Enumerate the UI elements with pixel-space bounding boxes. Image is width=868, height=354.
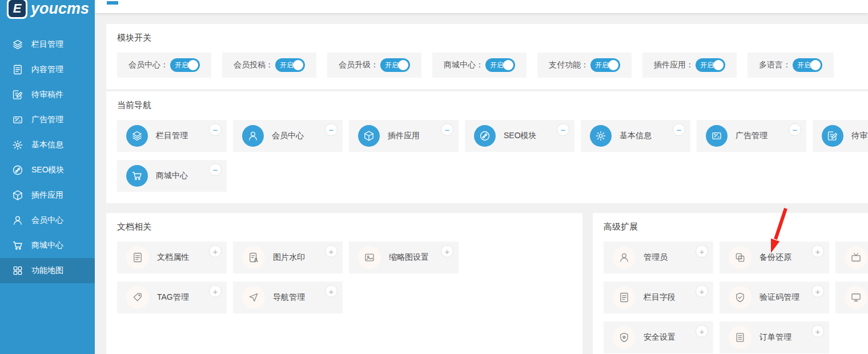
toggle-switch-on[interactable]: 开启 (793, 58, 822, 72)
nav-module-tile[interactable]: 栏目管理 − (117, 120, 227, 152)
sidebar-item-label: 插件应用 (31, 190, 63, 200)
toggle-switch-on[interactable]: 开启 (380, 58, 410, 72)
add-badge[interactable]: + (811, 285, 824, 297)
toggle-switch-on[interactable]: 开启 (696, 58, 725, 72)
feature-label: 导航管理 (273, 292, 305, 303)
feature-tile[interactable]: 验证码管理 + (720, 281, 829, 313)
cube-icon (363, 130, 375, 142)
feature-tile[interactable]: 安全设置 + (604, 321, 713, 353)
sidebar-item[interactable]: 功能地图 (0, 258, 95, 283)
toggle-switch-on[interactable]: 开启 (485, 58, 515, 72)
add-badge[interactable]: + (811, 245, 824, 258)
cart-icon (131, 170, 143, 182)
module-switch-tile: 会员投稿： 开启 (222, 53, 316, 78)
sidebar-item-label: 待审稿件 (31, 90, 63, 100)
sidebar-item[interactable]: 栏目管理 (0, 32, 95, 57)
add-badge[interactable]: + (441, 245, 453, 258)
nav-module-icon-circle (822, 125, 843, 147)
shield-check-icon (734, 292, 746, 303)
remove-badge[interactable]: − (441, 123, 453, 136)
card-title: 文档相关 (117, 222, 572, 232)
ad-icon (12, 114, 23, 126)
feature-tile[interactable]: 管理员 + (604, 242, 713, 273)
remove-badge[interactable]: − (673, 123, 685, 136)
nav-module-tile[interactable]: SEO模块 − (465, 120, 574, 152)
active-tab-indicator[interactable] (107, 1, 118, 5)
module-switch-tile: 会员中心： 开启 (117, 53, 211, 78)
sidebar-item[interactable]: 会员中心 (0, 208, 95, 233)
module-switch-separator: ： (160, 60, 168, 70)
backup-restore-icon (734, 252, 746, 263)
toggle-on-label: 开启 (797, 61, 811, 70)
toggle-switch-on[interactable]: 开启 (275, 58, 305, 72)
feature-tile[interactable]: 栏目字段 + (604, 281, 713, 313)
nav-module-tile[interactable]: 待审稿件 − (813, 120, 868, 152)
sidebar-item-label: 基本信息 (31, 140, 63, 150)
bottom-row: 文档相关 文档属性 + (106, 213, 868, 354)
module-switch-label: 多语言 (759, 60, 783, 70)
sidebar-item-label: 内容管理 (31, 65, 63, 75)
tag-icon (132, 292, 143, 303)
add-badge[interactable]: + (209, 285, 222, 297)
add-badge[interactable]: + (696, 325, 708, 337)
add-badge[interactable]: + (325, 285, 337, 297)
feature-label: 缩略图设置 (389, 252, 429, 263)
feature-icon-circle (613, 326, 636, 349)
add-badge[interactable]: + (209, 245, 222, 258)
sidebar-item[interactable]: 广告管理 (0, 107, 95, 132)
feature-tile[interactable]: + (835, 242, 868, 273)
card-title: 模块开关 (117, 33, 868, 43)
toggle-on-label: 开启 (175, 61, 188, 70)
feature-icon-circle (613, 246, 636, 269)
layers-icon (12, 39, 23, 50)
feature-icon-circle (845, 246, 867, 269)
brand-logo[interactable]: E youcms (0, 0, 95, 22)
nav-module-tile[interactable]: 基本信息 − (581, 120, 690, 152)
feature-tile[interactable]: 缩略图设置 + (349, 242, 459, 273)
nav-module-tile[interactable]: 会员中心 − (233, 120, 343, 152)
nav-module-tile[interactable]: 商城中心 − (117, 160, 227, 192)
remove-badge[interactable]: − (325, 123, 337, 136)
toggle-switch-on[interactable]: 开启 (170, 58, 200, 72)
sidebar-item[interactable]: 商城中心 (0, 233, 95, 258)
feature-tile[interactable]: 订单管理 + (720, 321, 829, 353)
module-switch-tile: 多语言： 开启 (748, 53, 834, 78)
feature-tile[interactable]: 文档属性 + (117, 242, 227, 273)
add-badge[interactable]: + (696, 245, 708, 258)
module-switch-separator: ： (371, 60, 379, 70)
feature-icon-circle (729, 326, 752, 349)
add-badge[interactable]: + (325, 245, 337, 258)
red-arrow-annotation (764, 207, 789, 255)
sidebar-item-label: 功能地图 (31, 266, 63, 276)
nav-module-tile[interactable]: 插件应用 − (349, 120, 459, 152)
remove-badge[interactable]: − (209, 123, 222, 136)
toggle-knob (608, 60, 618, 70)
feature-tile[interactable]: 图片水印 + (233, 242, 343, 273)
edit-document-icon (12, 89, 23, 100)
sidebar-item-label: 商城中心 (31, 240, 63, 251)
toggle-knob (293, 60, 303, 70)
nav-module-tile[interactable]: 广告管理 − (697, 120, 806, 152)
sidebar-item[interactable]: 基本信息 (0, 132, 95, 158)
remove-badge[interactable]: − (789, 123, 801, 136)
toggle-switch-on[interactable]: 开启 (590, 58, 620, 72)
order-icon (734, 332, 746, 343)
module-switch-tile: 商城中心： 开启 (432, 53, 527, 78)
sidebar-item[interactable]: 待审稿件 (0, 82, 95, 107)
toggle-on-label: 开启 (700, 61, 714, 70)
sidebar-item[interactable]: SEO模块 (0, 158, 95, 183)
feature-label: 图片水印 (273, 252, 305, 263)
remove-badge[interactable]: − (209, 163, 222, 176)
add-badge[interactable]: + (811, 325, 824, 337)
sidebar-item[interactable]: 插件应用 (0, 183, 95, 208)
feature-tile[interactable]: + (835, 281, 868, 313)
navigation-icon (248, 292, 259, 303)
module-switch-separator: ： (266, 60, 274, 70)
document-related-card: 文档相关 文档属性 + (106, 213, 582, 354)
feature-label: 验证码管理 (760, 292, 799, 303)
feature-tile[interactable]: 导航管理 + (233, 281, 343, 313)
remove-badge[interactable]: − (557, 123, 569, 136)
feature-tile[interactable]: TAG管理 + (117, 281, 227, 313)
add-badge[interactable]: + (696, 285, 708, 297)
sidebar-item[interactable]: 内容管理 (0, 57, 95, 82)
